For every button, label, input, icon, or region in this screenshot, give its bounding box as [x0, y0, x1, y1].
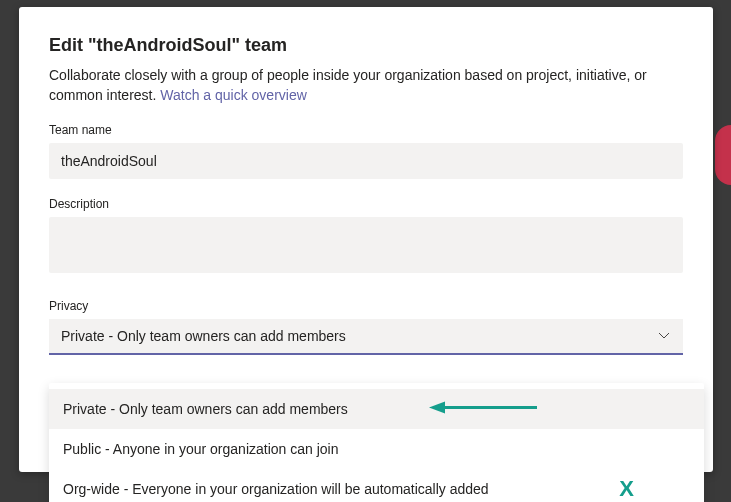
modal-description: Collaborate closely with a group of peop… — [49, 66, 683, 105]
watch-overview-link[interactable]: Watch a quick overview — [160, 87, 307, 103]
team-name-input[interactable] — [49, 143, 683, 179]
chevron-down-icon — [657, 328, 671, 345]
privacy-group: Privacy Private - Only team owners can a… — [49, 299, 683, 355]
privacy-dropdown-list[interactable]: Private - Only team owners can add membe… — [49, 389, 704, 502]
x-annotation-icon: X — [619, 478, 634, 500]
description-label: Description — [49, 197, 683, 211]
privacy-option-orgwide[interactable]: Org-wide - Everyone in your organization… — [49, 469, 704, 502]
privacy-option-private[interactable]: Private - Only team owners can add membe… — [49, 389, 704, 429]
privacy-selected-value: Private - Only team owners can add membe… — [61, 328, 346, 344]
privacy-label: Privacy — [49, 299, 683, 313]
option-label: Private - Only team owners can add membe… — [63, 401, 348, 417]
privacy-option-public[interactable]: Public - Anyone in your organization can… — [49, 429, 704, 469]
privacy-select[interactable]: Private - Only team owners can add membe… — [49, 319, 683, 355]
background-accent-shape — [715, 125, 731, 185]
privacy-dropdown: Private - Only team owners can add membe… — [49, 383, 704, 502]
edit-team-modal: Edit "theAndroidSoul" team Collaborate c… — [19, 7, 713, 472]
option-label: Org-wide - Everyone in your organization… — [63, 481, 489, 497]
team-name-label: Team name — [49, 123, 683, 137]
team-name-group: Team name — [49, 123, 683, 179]
description-group: Description — [49, 197, 683, 277]
arrow-annotation-icon — [429, 399, 539, 420]
modal-title: Edit "theAndroidSoul" team — [49, 35, 683, 56]
option-label: Public - Anyone in your organization can… — [63, 441, 339, 457]
svg-marker-1 — [429, 402, 445, 414]
description-input[interactable] — [49, 217, 683, 273]
modal-description-text: Collaborate closely with a group of peop… — [49, 67, 647, 103]
